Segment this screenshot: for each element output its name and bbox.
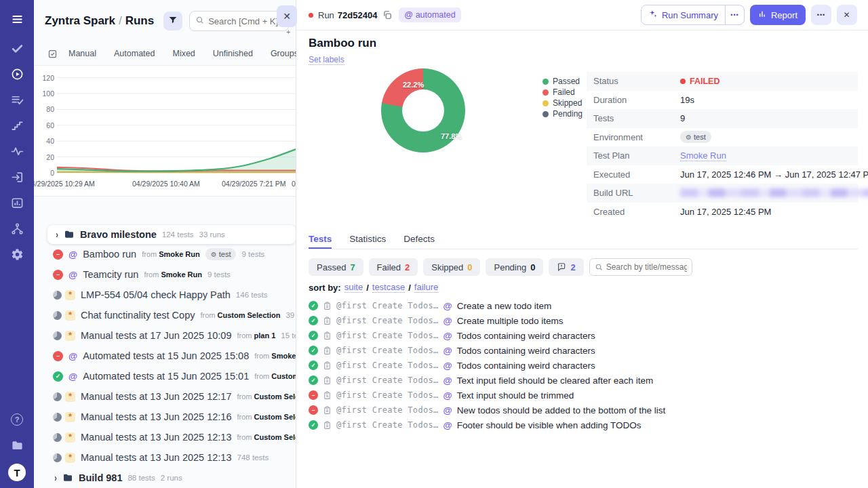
- select-all-icon[interactable]: [47, 49, 58, 59]
- test-row[interactable]: –@first Create Todos…@Text input should …: [309, 388, 861, 403]
- test-row[interactable]: ✓@first Create Todos…@Create a new todo …: [309, 298, 861, 313]
- set-labels-link[interactable]: Set labels: [309, 55, 344, 65]
- legend-item-pending[interactable]: Pending: [542, 108, 583, 119]
- build-url-redacted[interactable]: [680, 188, 868, 197]
- runs-tab-automated[interactable]: Automated: [114, 49, 155, 58]
- runs-tab-mixed[interactable]: Mixed: [172, 49, 195, 58]
- folder-title[interactable]: Bravo milestone: [80, 229, 157, 240]
- environment-chip[interactable]: ⚙test: [680, 131, 711, 143]
- run-row-title[interactable]: Teamcity run: [83, 269, 138, 280]
- runs-search[interactable]: [189, 11, 289, 31]
- run-row-title[interactable]: Manual tests at 13 Jun 2025 12:13: [81, 452, 232, 463]
- test-title[interactable]: New todos should be added to the bottom …: [457, 405, 666, 415]
- test-row[interactable]: –@first Create Todos…@New todos should b…: [309, 403, 861, 418]
- test-title[interactable]: Todos containing weird characters: [457, 361, 595, 371]
- tab-defects[interactable]: Defects: [403, 234, 435, 249]
- close-panel-button[interactable]: ✕: [277, 5, 297, 27]
- folder-title[interactable]: Build 981: [79, 472, 122, 483]
- run-summary-more-button[interactable]: •••: [725, 5, 744, 24]
- tests-search-input[interactable]: [606, 262, 687, 272]
- close-run-button[interactable]: ✕: [837, 5, 857, 25]
- run-row[interactable]: *Manual tests at 13 Jun 2025 12:13748 te…: [34, 447, 296, 468]
- test-plan-link[interactable]: Smoke Run: [680, 150, 726, 161]
- test-suite[interactable]: @first Create Todos…: [336, 301, 439, 310]
- chevron-right-icon[interactable]: ›: [54, 472, 57, 484]
- runs-search-input[interactable]: [208, 16, 283, 26]
- legend-item-skipped[interactable]: Skipped: [542, 98, 583, 108]
- test-suite[interactable]: @first Create Todos…: [336, 390, 439, 400]
- run-row-title[interactable]: Manual tests at 13 Jun 2025 12:13: [81, 432, 232, 443]
- automated-badge[interactable]: @ automated: [399, 7, 460, 22]
- test-suite[interactable]: @first Create Todos…: [336, 316, 439, 325]
- legend-item-failed[interactable]: Failed: [542, 87, 583, 98]
- run-row-title[interactable]: Automated tests at 15 Jun 2025 15:01: [83, 371, 249, 382]
- test-row[interactable]: ✓@first Create Todos…@Create multiple to…: [309, 313, 861, 328]
- legend-item-passed[interactable]: Passed: [542, 76, 583, 87]
- test-title[interactable]: Text input should be trimmed: [457, 390, 574, 401]
- run-row[interactable]: *Manual tests at 13 Jun 2025 12:16from C…: [34, 407, 296, 427]
- sidebar-branches-icon[interactable]: [0, 216, 34, 241]
- sort-option-suite[interactable]: suite: [344, 282, 363, 293]
- sort-option-failure[interactable]: failure: [414, 282, 438, 293]
- chevron-right-icon[interactable]: ›: [56, 229, 58, 241]
- test-suite[interactable]: @first Create Todos…: [336, 361, 439, 370]
- run-row-title[interactable]: Chat functinality test Copy: [81, 310, 195, 321]
- test-title[interactable]: Create multiple todo items: [457, 316, 564, 326]
- failed-filter-chip[interactable]: Failed2: [369, 258, 418, 276]
- test-suite[interactable]: @first Create Todos…: [336, 405, 439, 415]
- more-actions-button[interactable]: •••: [811, 5, 831, 25]
- test-row[interactable]: ✓@first Create Todos…@Text input field s…: [309, 373, 861, 388]
- test-suite[interactable]: @first Create Todos…: [336, 420, 439, 430]
- run-row[interactable]: *Manual tests at 13 Jun 2025 12:17from C…: [34, 386, 296, 407]
- test-title[interactable]: Footer should be visible when adding TOD…: [457, 420, 642, 430]
- copy-icon[interactable]: [382, 10, 392, 20]
- run-row[interactable]: –@Automated tests at 15 Jun 2025 15:08fr…: [34, 346, 296, 366]
- runs-tab-groups[interactable]: Groups: [271, 49, 298, 58]
- sidebar-folder-icon[interactable]: [0, 432, 34, 458]
- run-row[interactable]: *LMP-554 05/04 check Happy Path146 tests: [34, 285, 296, 305]
- runs-tab-unfinished[interactable]: Unfinished: [213, 49, 253, 58]
- run-row[interactable]: *Manual tests at 13 Jun 2025 12:13from C…: [34, 427, 296, 447]
- test-row[interactable]: ✓@first Create Todos…@Footer should be v…: [309, 418, 861, 432]
- run-row[interactable]: –@Bamboo runfrom Smoke Run⚙test9 tests: [34, 244, 296, 264]
- folder-row[interactable]: ›Bravo milestone124 tests33 runs: [47, 225, 296, 244]
- report-button[interactable]: Report: [750, 5, 806, 25]
- skipped-filter-chip[interactable]: Skipped0: [423, 258, 480, 276]
- run-summary-button[interactable]: Run Summary: [642, 5, 725, 24]
- sidebar-import-icon[interactable]: [0, 164, 34, 190]
- sidebar-menu-icon[interactable]: [0, 3, 34, 35]
- tab-tests[interactable]: Tests: [309, 234, 332, 249]
- test-title[interactable]: Todos containing weird characters: [457, 331, 595, 341]
- tab-statistics[interactable]: Statistics: [349, 234, 386, 249]
- test-row[interactable]: ✓@first Create Todos…@Todos containing w…: [309, 343, 861, 358]
- tests-search[interactable]: [589, 258, 692, 276]
- run-row-title[interactable]: LMP-554 05/04 check Happy Path: [81, 289, 231, 300]
- passed-filter-chip[interactable]: Passed7: [309, 258, 363, 276]
- comments-filter-chip[interactable]: 2: [549, 258, 583, 276]
- run-row-title[interactable]: Manual tests at 17 Jun 2025 10:09: [81, 330, 232, 341]
- run-row-title[interactable]: Manual tests at 13 Jun 2025 12:17: [81, 391, 232, 402]
- app-logo[interactable]: T: [8, 464, 26, 481]
- test-row[interactable]: ✓@first Create Todos…@Todos containing w…: [309, 328, 861, 343]
- run-row-title[interactable]: Bamboo run: [83, 249, 136, 260]
- breadcrumb-project[interactable]: Zyntra Spark: [45, 14, 115, 27]
- test-title[interactable]: Text input field should be cleared after…: [457, 375, 654, 386]
- run-row[interactable]: ✓@Automated tests at 15 Jun 2025 15:01fr…: [34, 366, 296, 386]
- sidebar-list-check-icon[interactable]: [0, 87, 34, 113]
- folder-row[interactable]: ›Build 98188 tests2 runs: [34, 468, 296, 488]
- run-row-title[interactable]: Manual tests at 13 Jun 2025 12:16: [81, 411, 232, 422]
- run-row[interactable]: *Manual tests at 17 Jun 2025 10:09from p…: [34, 325, 296, 346]
- runs-tab-manual[interactable]: Manual: [68, 49, 96, 58]
- filter-button[interactable]: [163, 12, 182, 30]
- sidebar-gear-icon[interactable]: [0, 241, 34, 267]
- test-title[interactable]: Create a new todo item: [457, 301, 552, 311]
- sidebar-check-icon[interactable]: [0, 35, 34, 61]
- pending-filter-chip[interactable]: Pending0: [486, 258, 543, 276]
- sidebar-steps-icon[interactable]: [0, 113, 34, 138]
- sidebar-activity-icon[interactable]: [0, 138, 34, 164]
- sort-option-testcase[interactable]: testcase: [372, 282, 405, 293]
- sidebar-play-circle-icon[interactable]: [0, 61, 34, 87]
- test-title[interactable]: Todos containing weird characters: [457, 346, 595, 356]
- test-row[interactable]: ✓@first Create Todos…@Todos containing w…: [309, 358, 861, 373]
- sidebar-bar-chart-icon[interactable]: [0, 190, 34, 216]
